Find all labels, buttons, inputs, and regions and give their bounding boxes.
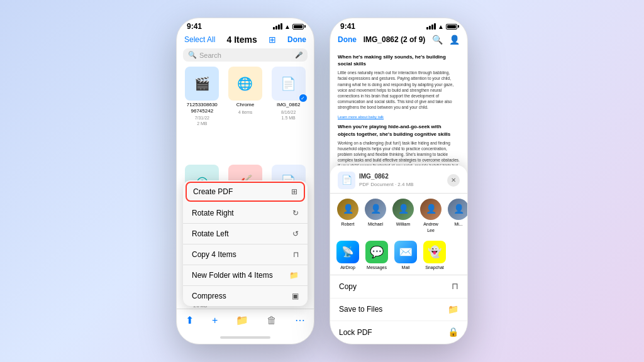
status-icons-1: ▲ bbox=[273, 23, 304, 30]
status-bar-1: 9:41 ▲ bbox=[177, 18, 314, 32]
wifi-icon-2: ▲ bbox=[438, 23, 444, 30]
file-name: Chrome bbox=[236, 102, 254, 108]
share-file-size: PDF Document · 2.4 MB bbox=[359, 181, 414, 188]
person-name: Robert bbox=[341, 221, 354, 228]
app-name: Mail bbox=[402, 265, 410, 271]
context-menu-item-copy-items[interactable]: Copy 4 Items ⊓ bbox=[183, 244, 308, 265]
new-folder-icon: 📁 bbox=[289, 271, 299, 280]
share-file-info: 📄 IMG_0862 PDF Document · 2.4 MB bbox=[338, 172, 414, 189]
pdf-link1[interactable]: Learn more about baby talk bbox=[338, 115, 384, 119]
context-menu-item-new-folder[interactable]: New Folder with 4 Items 📁 bbox=[183, 265, 308, 286]
select-all-button[interactable]: Select All bbox=[184, 35, 215, 44]
save-files-action[interactable]: Save to Files 📁 bbox=[330, 299, 467, 322]
list-item[interactable]: 👤 Mi... bbox=[447, 199, 467, 234]
phones-container: 9:41 ▲ Select All 4 Items bbox=[176, 18, 468, 344]
avatar: 👤 bbox=[337, 199, 358, 220]
avatar: 👤 bbox=[365, 199, 386, 220]
list-item[interactable]: 💬 Messages bbox=[365, 241, 388, 271]
file-meta: 7/31/222 MB bbox=[195, 115, 209, 126]
list-item[interactable]: 📄 ✓ IMG_0862 8/16/221.5 MB bbox=[269, 67, 308, 160]
pdf-section1: When he's making silly sounds, he's buil… bbox=[338, 53, 460, 67]
phone-files: 9:41 ▲ Select All 4 Items bbox=[176, 18, 314, 344]
pdf-para1: Little ones naturally reach out for inte… bbox=[338, 70, 460, 110]
nav-bar-1: Select All 4 Items ⊞ Done bbox=[177, 32, 314, 48]
share-close-button[interactable]: ✕ bbox=[447, 174, 460, 187]
avatar: 👤 bbox=[448, 199, 467, 220]
snapchat-icon: 👻 bbox=[423, 241, 446, 263]
share-actions: Copy ⊓ Save to Files 📁 Lock PDF 🔒 bbox=[330, 275, 467, 344]
context-menu-item-rotate-left[interactable]: Rotate Left ↺ bbox=[183, 224, 308, 244]
app-name: AirDrop bbox=[340, 265, 355, 271]
list-item[interactable]: 🌐 Chrome 4 items bbox=[226, 67, 265, 160]
context-menu-item-create-pdf[interactable]: Create PDF ⊞ bbox=[186, 182, 305, 202]
list-item[interactable]: 👻 Snapchat bbox=[423, 241, 446, 271]
pdf-nav: Done IMG_0862 (2 of 9) 🔍 👤 bbox=[330, 32, 467, 48]
list-item[interactable]: 👤 William bbox=[392, 199, 414, 234]
file-name: IMG_0862 bbox=[277, 102, 300, 108]
pdf-section2: When you're playing hide-and-go-seek wit… bbox=[338, 123, 460, 137]
list-item[interactable]: 👤 Michael bbox=[364, 199, 387, 234]
copy-icon: ⊓ bbox=[452, 280, 458, 293]
done-button[interactable]: Done bbox=[287, 35, 306, 44]
search-placeholder: Search bbox=[199, 52, 221, 59]
battery-icon bbox=[292, 24, 304, 30]
grid-icon[interactable]: ⊞ bbox=[269, 35, 276, 45]
app-name: Snapchat bbox=[425, 265, 444, 271]
battery-icon-2 bbox=[446, 24, 457, 30]
pdf-done-button[interactable]: Done bbox=[338, 35, 357, 44]
add-button[interactable]: + bbox=[212, 315, 218, 326]
person-name: Michael bbox=[368, 221, 383, 228]
messages-icon: 💬 bbox=[365, 241, 388, 263]
copy-items-label: Copy 4 Items bbox=[192, 250, 236, 259]
app-name: Messages bbox=[367, 265, 387, 271]
file-meta: 8/16/221.5 MB bbox=[281, 109, 296, 121]
list-item[interactable]: 👤 Andrew Lee bbox=[419, 199, 442, 234]
context-menu-item-rotate-right[interactable]: Rotate Right ↻ bbox=[183, 203, 308, 224]
compress-label: Compress bbox=[192, 292, 226, 300]
pdf-nav-icons: 🔍 👤 bbox=[432, 35, 460, 45]
list-item[interactable]: 📡 AirDrop bbox=[336, 241, 359, 271]
file-thumb: 🌐 bbox=[228, 67, 262, 101]
time-2: 9:41 bbox=[340, 22, 355, 31]
context-menu-item-compress[interactable]: Compress ▣ bbox=[183, 286, 308, 306]
file-meta: 4 items bbox=[238, 109, 253, 115]
list-item[interactable]: 🎬 71253308630 96745242 7/31/222 MB bbox=[183, 67, 221, 160]
copy-action[interactable]: Copy ⊓ bbox=[330, 275, 467, 299]
share-people-row: 👤 Robert 👤 Michael 👤 William 👤 bbox=[330, 194, 467, 239]
rotate-right-icon: ↻ bbox=[292, 209, 299, 217]
rotate-right-label: Rotate Right bbox=[192, 209, 234, 217]
share-button[interactable]: ⬆ bbox=[186, 314, 194, 326]
trash-button[interactable]: 🗑 bbox=[267, 315, 277, 326]
rotate-left-label: Rotate Left bbox=[192, 229, 229, 238]
status-bar-2: 9:41 ▲ bbox=[330, 18, 467, 32]
toolbar: ⬆ + 📁 🗑 ⋯ bbox=[177, 309, 314, 334]
create-pdf-label: Create PDF bbox=[193, 187, 233, 196]
airdrop-icon: 📡 bbox=[336, 241, 359, 263]
new-folder-label: New Folder with 4 Items bbox=[192, 271, 273, 280]
create-pdf-icon: ⊞ bbox=[291, 187, 297, 196]
pdf-search-icon[interactable]: 🔍 bbox=[432, 35, 443, 45]
search-bar[interactable]: 🔍 Search 🎤 bbox=[183, 48, 308, 62]
lock-pdf-action[interactable]: Lock PDF 🔒 bbox=[330, 321, 467, 344]
signal-icon bbox=[273, 23, 282, 30]
pdf-title: IMG_0862 (2 of 9) bbox=[364, 35, 426, 44]
home-indicator bbox=[220, 336, 270, 339]
copy-label: Copy bbox=[339, 282, 357, 292]
lock-pdf-label: Lock PDF bbox=[339, 327, 372, 338]
pdf-profile-icon[interactable]: 👤 bbox=[449, 35, 460, 45]
person-name: Mi... bbox=[454, 221, 462, 228]
file-name: 71253308630 96745242 bbox=[187, 102, 218, 114]
list-item[interactable]: ✉️ Mail bbox=[394, 241, 417, 271]
list-item[interactable]: 👤 Robert bbox=[336, 199, 359, 234]
signal-icon-2 bbox=[426, 23, 436, 30]
status-icons-2: ▲ bbox=[426, 23, 457, 30]
person-name: Andrew Lee bbox=[423, 221, 438, 234]
time-1: 9:41 bbox=[187, 22, 202, 31]
more-button[interactable]: ⋯ bbox=[295, 314, 305, 326]
rotate-left-icon: ↺ bbox=[292, 229, 299, 238]
files-title: 4 Items bbox=[226, 35, 257, 45]
mic-icon[interactable]: 🎤 bbox=[295, 52, 303, 58]
share-sheet: 📄 IMG_0862 PDF Document · 2.4 MB ✕ bbox=[330, 165, 467, 344]
compress-icon: ▣ bbox=[292, 292, 299, 300]
folder-button[interactable]: 📁 bbox=[236, 314, 248, 326]
